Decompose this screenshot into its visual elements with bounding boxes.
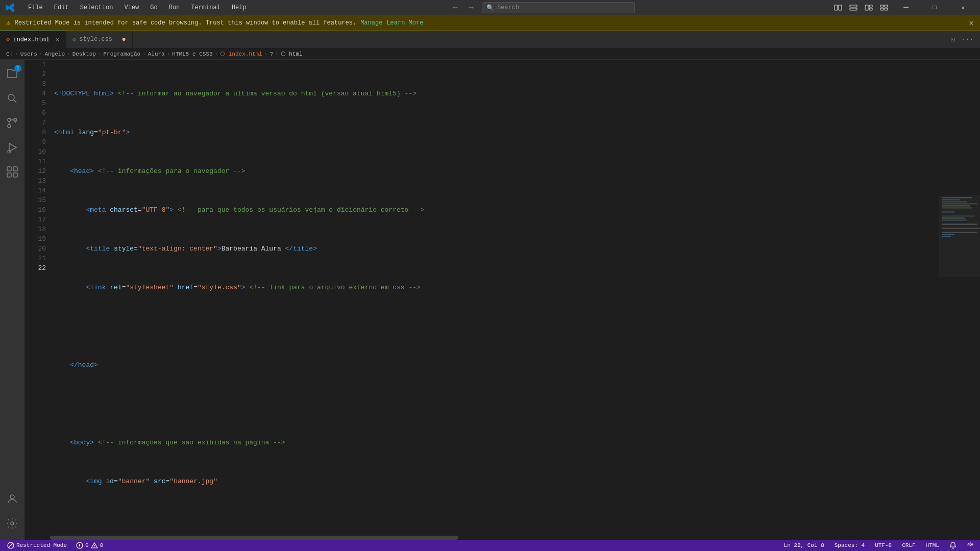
layout-icon-3[interactable] — [865, 4, 873, 12]
menu-selection[interactable]: Selection — [75, 2, 118, 13]
horizontal-scrollbar[interactable] — [24, 535, 980, 540]
encoding-label: UTF-8 — [875, 542, 892, 548]
maximize-button[interactable]: □ — [923, 0, 946, 15]
line-col-status[interactable]: Ln 22, Col 8 — [782, 540, 826, 551]
menu-edit[interactable]: Edit — [49, 2, 74, 13]
title-bar-right: ─ □ ✕ — [833, 0, 975, 15]
breadcrumb-desktop[interactable]: Desktop — [72, 51, 96, 57]
encoding-status[interactable]: UTF-8 — [873, 540, 894, 551]
svg-line-42 — [9, 543, 13, 547]
svg-rect-2 — [850, 5, 857, 7]
line-ending-status[interactable]: CRLF — [900, 540, 917, 551]
status-bar-right: Ln 22, Col 8 Spaces: 4 UTF-8 CRLF HTML — [782, 540, 976, 551]
svg-rect-8 — [885, 5, 888, 7]
activity-run-debug[interactable] — [0, 135, 24, 160]
language-status[interactable]: HTML — [924, 540, 941, 551]
tab-bar-actions: ⊡ ··· — [948, 31, 980, 48]
status-bar-left: Restricted Mode 0 0 — [4, 540, 105, 551]
svg-rect-9 — [880, 8, 884, 10]
code-area[interactable]: 1 2 3 4 5 6 7 8 9 10 11 12 13 14 15 16 1… — [24, 60, 980, 535]
errors-status[interactable]: 0 0 — [74, 540, 105, 551]
manage-link[interactable]: Manage — [360, 19, 382, 27]
svg-rect-18 — [7, 167, 11, 171]
minimap — [939, 60, 980, 535]
breadcrumb-c[interactable]: C: — [6, 51, 13, 57]
menu-help[interactable]: Help — [227, 2, 252, 13]
tab-index-html-close[interactable]: ✕ — [56, 35, 60, 44]
activity-settings[interactable] — [0, 511, 24, 536]
code-line-5: <title style="text-align: center">Barbea… — [54, 244, 939, 254]
tab-bar: ◇ index.html ✕ ◇ style.css ● ⊡ ··· — [0, 31, 980, 48]
breadcrumb: C: › Users › Angelo › Desktop › Programa… — [0, 48, 980, 60]
layout-icon-2[interactable] — [849, 4, 857, 12]
breadcrumb-angelo[interactable]: Angelo — [44, 51, 65, 57]
code-content[interactable]: <!DOCTYPE html> <!-- informar ao navegad… — [50, 60, 939, 535]
svg-rect-20 — [7, 173, 11, 177]
editor: 1 2 3 4 5 6 7 8 9 10 11 12 13 14 15 16 1… — [24, 60, 980, 540]
minimize-button[interactable]: ─ — [894, 0, 918, 15]
svg-rect-3 — [850, 8, 857, 10]
cursor-line-num: 22 — [24, 263, 46, 273]
svg-rect-21 — [13, 173, 17, 177]
svg-rect-0 — [835, 5, 838, 10]
activity-search[interactable] — [0, 86, 24, 111]
activity-explorer[interactable]: 1 — [0, 62, 24, 86]
activity-bar: 1 — [0, 60, 24, 540]
menu-run[interactable]: Run — [164, 2, 185, 13]
code-line-6: <link rel="stylesheet" href="style.css">… — [54, 283, 939, 292]
notification-status[interactable] — [947, 540, 959, 551]
menu-view[interactable]: View — [119, 2, 144, 13]
breadcrumb-question[interactable]: ? — [270, 51, 273, 57]
breadcrumb-programacao[interactable]: Programação — [103, 51, 140, 57]
code-line-1: <!DOCTYPE html> <!-- informar ao navegad… — [54, 89, 939, 98]
svg-line-12 — [14, 100, 17, 103]
restricted-banner-message: Restricted Mode is intended for safe cod… — [14, 19, 356, 27]
code-line-11: <img id="banner" src="banner.jpg" — [54, 477, 939, 486]
layout-icon-4[interactable] — [880, 4, 888, 12]
svg-rect-4 — [865, 5, 868, 10]
menu-go[interactable]: Go — [145, 2, 162, 13]
nav-forward-button[interactable]: → — [465, 2, 477, 13]
title-bar-left: File Edit Selection View Go Run Terminal… — [5, 2, 252, 13]
search-icon: 🔍 — [486, 4, 494, 12]
warning-icon: ⚠ — [6, 18, 10, 27]
breadcrumb-alura[interactable]: Alura — [148, 51, 165, 57]
tab-style-css[interactable]: ◇ style.css ● — [66, 31, 133, 48]
layout-icon-1[interactable] — [834, 4, 842, 12]
menu-terminal[interactable]: Terminal — [186, 2, 226, 13]
more-actions-button[interactable]: ··· — [959, 34, 976, 44]
svg-point-48 — [94, 547, 95, 548]
restricted-mode-status[interactable]: Restricted Mode — [4, 540, 70, 551]
status-bar: Restricted Mode 0 0 Ln 22, Col 8 Spaces:… — [0, 540, 980, 551]
nav-back-button[interactable]: ← — [450, 2, 461, 13]
banner-close-button[interactable]: ✕ — [969, 18, 974, 28]
restricted-mode-label: Restricted Mode — [16, 542, 67, 548]
activity-extensions[interactable] — [0, 160, 24, 184]
close-button[interactable]: ✕ — [951, 0, 975, 15]
learn-more-link[interactable]: Learn More — [386, 19, 423, 27]
svg-point-45 — [79, 546, 80, 547]
broadcast-status[interactable] — [965, 540, 976, 551]
breadcrumb-html[interactable]: ⬡ html — [281, 51, 303, 57]
breadcrumb-indexhtml[interactable]: ⬡ index.html — [220, 51, 262, 57]
notification-icon — [949, 542, 957, 549]
svg-point-49 — [970, 545, 971, 546]
tab-index-html[interactable]: ◇ index.html ✕ — [0, 31, 66, 48]
menu-file[interactable]: File — [23, 2, 48, 13]
split-editor-button[interactable]: ⊡ — [948, 34, 957, 45]
activity-accounts[interactable] — [0, 487, 24, 511]
tab-style-css-close[interactable]: ● — [122, 35, 126, 43]
main-layout: 1 — [0, 60, 980, 540]
breadcrumb-users[interactable]: Users — [20, 51, 37, 57]
line-numbers: 1 2 3 4 5 6 7 8 9 10 11 12 13 14 15 16 1… — [24, 60, 50, 535]
search-bar[interactable]: 🔍 Search — [482, 2, 635, 13]
breadcrumb-html5css3[interactable]: HTML5 e CSS3 — [172, 51, 212, 57]
scrollbar-thumb-h[interactable] — [50, 536, 458, 540]
svg-point-11 — [8, 94, 14, 101]
spaces-status[interactable]: Spaces: 4 — [832, 540, 867, 551]
error-icon — [76, 542, 83, 549]
search-placeholder: Search — [497, 4, 519, 11]
code-line-12 — [54, 515, 939, 525]
code-line-7 — [54, 321, 939, 331]
activity-source-control[interactable] — [0, 111, 24, 135]
